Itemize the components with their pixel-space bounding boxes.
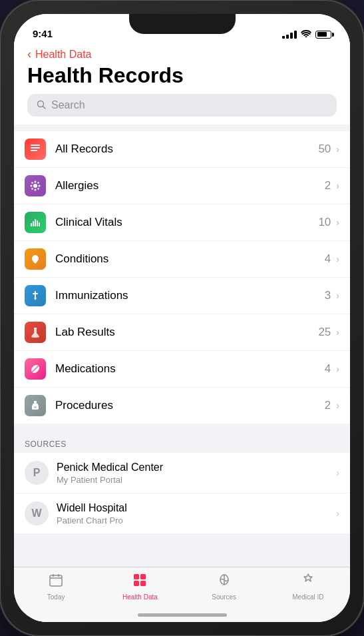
- all-records-label: All Records: [55, 143, 318, 156]
- search-bar[interactable]: Search: [27, 94, 337, 117]
- svg-rect-32: [134, 581, 139, 586]
- medications-label: Medications: [55, 362, 325, 376]
- home-indicator: [138, 613, 227, 617]
- svg-rect-13: [31, 223, 32, 226]
- tab-sources[interactable]: Sources: [182, 573, 266, 601]
- list-item[interactable]: All Records 50 ›: [14, 131, 350, 168]
- svg-point-5: [35, 181, 37, 183]
- svg-point-11: [37, 182, 39, 183]
- svg-point-12: [31, 188, 33, 189]
- medications-icon: [25, 358, 46, 380]
- nav-header: ‹ Health Data Health Records Search: [14, 43, 350, 125]
- clinical-vitals-chevron: ›: [336, 217, 339, 228]
- svg-point-10: [37, 188, 39, 189]
- immunizations-chevron: ›: [336, 290, 339, 301]
- sources-section: SOURCES P Penick Medical Center My Patie…: [14, 430, 350, 533]
- svg-rect-23: [34, 401, 37, 404]
- conditions-icon: [25, 248, 46, 270]
- wifi-icon: [301, 29, 311, 39]
- penick-info: Penick Medical Center My Patient Portal: [57, 462, 336, 485]
- svg-rect-29: [58, 574, 59, 577]
- svg-rect-14: [33, 221, 34, 226]
- svg-point-6: [35, 189, 37, 191]
- source-item[interactable]: W Widell Hospital Patient Chart Pro ›: [14, 493, 350, 533]
- list-item[interactable]: Medications 4 ›: [14, 351, 350, 388]
- svg-rect-33: [140, 581, 146, 586]
- svg-rect-16: [37, 220, 38, 226]
- allergies-label: Allergies: [55, 179, 325, 192]
- screen: 9:41: [14, 14, 350, 622]
- health-data-icon: [132, 573, 147, 591]
- allergies-icon: [25, 175, 46, 196]
- clinical-vitals-icon: [25, 212, 46, 233]
- penick-chevron: ›: [336, 468, 339, 478]
- list-item[interactable]: Procedures 2 ›: [14, 388, 350, 424]
- medications-count: 4: [325, 362, 331, 376]
- conditions-chevron: ›: [336, 254, 339, 264]
- list-item[interactable]: Clinical Vitals 10 ›: [14, 204, 350, 241]
- procedures-chevron: ›: [336, 400, 339, 411]
- back-chevron-icon: ‹: [27, 47, 31, 61]
- immunizations-count: 3: [325, 289, 331, 302]
- sources-header: SOURCES: [14, 430, 350, 453]
- svg-point-8: [39, 185, 41, 187]
- list-item[interactable]: Conditions 4 ›: [14, 241, 350, 278]
- tab-today[interactable]: Today: [14, 573, 98, 601]
- content-area: ‹ Health Data Health Records Search: [14, 43, 350, 567]
- svg-rect-1: [31, 145, 40, 146]
- svg-rect-2: [31, 147, 40, 149]
- svg-point-9: [31, 182, 33, 183]
- battery-icon: [315, 31, 331, 39]
- records-list: All Records 50 ›: [14, 131, 350, 424]
- status-time: 9:41: [33, 28, 53, 39]
- allergies-chevron: ›: [336, 180, 339, 191]
- svg-rect-19: [33, 293, 38, 294]
- medications-chevron: ›: [336, 364, 339, 374]
- page-title: Health Records: [27, 64, 337, 87]
- svg-rect-30: [134, 574, 139, 579]
- search-placeholder: Search: [51, 99, 85, 111]
- svg-rect-31: [140, 574, 146, 579]
- svg-rect-20: [34, 328, 37, 329]
- today-icon: [49, 573, 63, 591]
- medical-id-icon: [301, 573, 315, 591]
- all-records-chevron: ›: [336, 144, 339, 155]
- conditions-count: 4: [325, 252, 331, 266]
- immunizations-label: Immunizations: [55, 289, 325, 302]
- widell-name: Widell Hospital: [57, 502, 336, 514]
- list-item[interactable]: Allergies 2 ›: [14, 168, 350, 204]
- lab-results-chevron: ›: [336, 327, 339, 338]
- svg-rect-27: [50, 575, 62, 586]
- widell-subtitle: Patient Chart Pro: [57, 515, 336, 525]
- tab-health-data-label: Health Data: [122, 593, 158, 601]
- notch: [129, 14, 236, 34]
- signal-icon: [282, 31, 297, 39]
- all-records-icon: [25, 139, 46, 160]
- lab-results-label: Lab Results: [55, 326, 318, 339]
- tab-health-data[interactable]: Health Data: [98, 573, 182, 601]
- procedures-label: Procedures: [55, 399, 325, 412]
- tab-medical-id-label: Medical ID: [292, 593, 323, 601]
- tab-today-label: Today: [47, 593, 65, 601]
- clinical-vitals-count: 10: [318, 216, 331, 229]
- tab-medical-id[interactable]: Medical ID: [266, 573, 350, 601]
- svg-rect-3: [31, 150, 37, 151]
- procedures-count: 2: [325, 399, 331, 412]
- list-item[interactable]: Immunizations 3 ›: [14, 278, 350, 314]
- svg-rect-17: [39, 222, 40, 226]
- immunizations-icon: [25, 285, 46, 306]
- phone-screen: 9:41: [14, 14, 350, 622]
- list-item[interactable]: Lab Results 25 ›: [14, 314, 350, 351]
- widell-chevron: ›: [336, 508, 339, 519]
- source-item[interactable]: P Penick Medical Center My Patient Porta…: [14, 453, 350, 493]
- phone-frame: 9:41: [0, 0, 364, 636]
- penick-subtitle: My Patient Portal: [57, 475, 336, 485]
- lab-results-icon: [25, 322, 46, 343]
- widell-avatar: W: [25, 501, 49, 525]
- svg-rect-28: [53, 574, 54, 577]
- penick-name: Penick Medical Center: [57, 462, 336, 474]
- svg-rect-26: [34, 406, 37, 408]
- back-link[interactable]: ‹ Health Data: [27, 47, 337, 61]
- widell-info: Widell Hospital Patient Chart Pro: [57, 502, 336, 525]
- sources-icon: [217, 573, 232, 591]
